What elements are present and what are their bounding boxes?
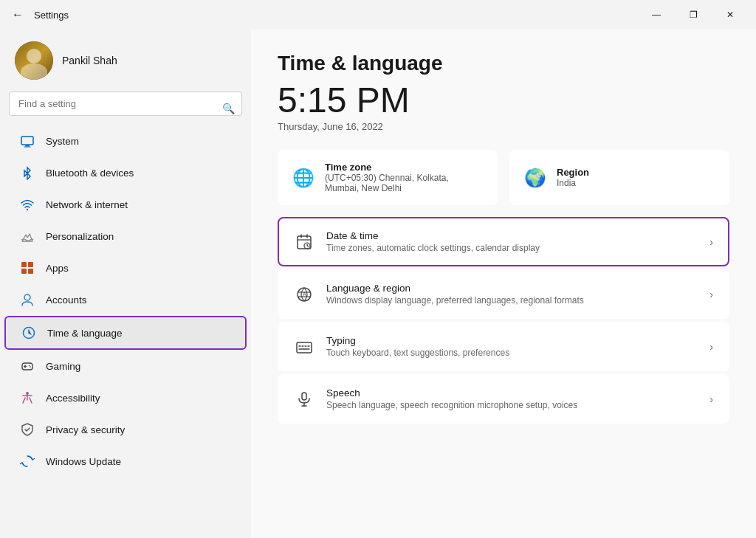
- setting-speech[interactable]: Speech Speech language, speech recogniti…: [278, 374, 729, 424]
- update-icon: [19, 453, 35, 469]
- typing-text: Typing Touch keyboard, text suggestions,…: [326, 335, 698, 358]
- region-card[interactable]: 🌍 Region India: [509, 150, 729, 205]
- search-container: 🔍: [0, 92, 251, 125]
- privacy-icon: [19, 421, 35, 438]
- sidebar-item-apps-label: Apps: [46, 263, 69, 274]
- svg-rect-32: [302, 393, 306, 400]
- bluetooth-icon: [19, 165, 35, 181]
- speech-title: Speech: [326, 387, 698, 399]
- sidebar-item-network[interactable]: Network & internet: [4, 189, 247, 220]
- user-profile[interactable]: Pankil Shah: [0, 30, 251, 92]
- close-button[interactable]: ✕: [713, 3, 747, 27]
- region-icon: 🌍: [524, 168, 546, 188]
- timezone-icon: 🌐: [292, 168, 315, 188]
- speech-chevron: ›: [709, 393, 713, 405]
- sidebar-item-apps[interactable]: Apps: [4, 252, 247, 283]
- titlebar-controls: — ❐ ✕: [639, 3, 747, 27]
- svg-rect-7: [28, 269, 33, 274]
- speech-icon: [294, 390, 315, 408]
- time-icon: [21, 325, 37, 341]
- titlebar-left: ← Settings: [9, 5, 69, 24]
- region-title: Region: [557, 167, 589, 178]
- timezone-title: Time zone: [325, 162, 483, 173]
- settings-list: Date & time Time zones, automatic clock …: [278, 217, 729, 424]
- svg-rect-1: [25, 145, 30, 147]
- sidebar-item-bluetooth[interactable]: Bluetooth & devices: [4, 157, 247, 188]
- language-region-text: Language & region Windows display langua…: [326, 283, 698, 306]
- sidebar-item-system[interactable]: System: [4, 125, 247, 156]
- svg-point-8: [24, 294, 30, 300]
- setting-typing[interactable]: Typing Touch keyboard, text suggestions,…: [278, 322, 729, 371]
- language-region-title: Language & region: [326, 283, 698, 294]
- accounts-icon: [19, 292, 35, 308]
- apps-icon: [19, 260, 35, 276]
- search-input[interactable]: [9, 92, 242, 116]
- sidebar-item-gaming[interactable]: Gaming: [4, 351, 247, 382]
- timezone-content: Time zone (UTC+05:30) Chennai, Kolkata, …: [325, 162, 483, 193]
- sidebar-item-personalization-label: Personalization: [46, 231, 114, 242]
- svg-rect-6: [21, 269, 27, 274]
- current-time: 5:15 PM: [278, 83, 729, 118]
- search-icon: 🔍: [222, 103, 235, 114]
- system-icon: [19, 133, 35, 149]
- language-region-chevron: ›: [709, 289, 713, 300]
- speech-desc: Speech language, speech recognition micr…: [326, 400, 698, 410]
- personalization-icon: [19, 228, 35, 244]
- page-title: Time & language: [278, 52, 729, 75]
- speech-text: Speech Speech language, speech recogniti…: [326, 387, 698, 410]
- svg-rect-0: [21, 137, 33, 145]
- timezone-card[interactable]: 🌐 Time zone (UTC+05:30) Chennai, Kolkata…: [278, 150, 498, 205]
- sidebar-item-accounts[interactable]: Accounts: [4, 284, 247, 315]
- language-region-icon: A: [294, 286, 315, 303]
- sidebar-item-privacy[interactable]: Privacy & security: [4, 414, 247, 445]
- svg-point-3: [27, 209, 28, 210]
- sidebar: Pankil Shah 🔍 System: [0, 30, 251, 538]
- sidebar-item-gaming-label: Gaming: [46, 361, 80, 372]
- user-name: Pankil Shah: [62, 55, 117, 66]
- sidebar-item-accounts-label: Accounts: [46, 294, 87, 306]
- date-time-icon: [294, 233, 315, 251]
- date-time-chevron: ›: [709, 236, 713, 248]
- current-date: Thursday, June 16, 2022: [278, 121, 729, 132]
- region-subtitle: India: [557, 178, 589, 188]
- date-time-desc: Time zones, automatic clock settings, ca…: [326, 243, 698, 253]
- sidebar-item-personalization[interactable]: Personalization: [4, 221, 247, 252]
- sidebar-item-network-label: Network & internet: [46, 199, 128, 210]
- titlebar-title: Settings: [34, 10, 69, 21]
- gaming-icon: [19, 358, 35, 374]
- avatar-image: [15, 41, 53, 80]
- svg-rect-4: [21, 262, 27, 267]
- typing-desc: Touch keyboard, text suggestions, prefer…: [326, 348, 698, 358]
- minimize-button[interactable]: —: [639, 3, 673, 27]
- date-time-title: Date & time: [326, 230, 698, 241]
- sidebar-item-time-label: Time & language: [47, 328, 123, 339]
- sidebar-item-accessibility[interactable]: Accessibility: [4, 382, 247, 413]
- avatar: [15, 41, 53, 80]
- svg-rect-2: [24, 147, 31, 148]
- svg-text:A: A: [303, 292, 306, 297]
- language-region-desc: Windows display language, preferred lang…: [326, 295, 698, 306]
- svg-point-14: [30, 366, 31, 368]
- app-container: Pankil Shah 🔍 System: [0, 30, 756, 538]
- sidebar-nav: System Bluetooth & devices: [0, 125, 251, 477]
- network-icon: [19, 196, 35, 213]
- date-time-text: Date & time Time zones, automatic clock …: [326, 230, 698, 253]
- back-button[interactable]: ←: [9, 5, 27, 24]
- setting-language-region[interactable]: A Language & region Windows display lang…: [278, 269, 729, 319]
- sidebar-item-accessibility-label: Accessibility: [46, 393, 100, 404]
- region-content: Region India: [557, 167, 589, 188]
- typing-icon: [294, 338, 315, 356]
- sidebar-item-update-label: Windows Update: [46, 456, 121, 467]
- sidebar-item-update[interactable]: Windows Update: [4, 446, 247, 477]
- typing-chevron: ›: [709, 341, 713, 353]
- maximize-button[interactable]: ❐: [676, 3, 710, 27]
- accessibility-icon: [19, 390, 35, 406]
- svg-point-15: [26, 392, 29, 395]
- sidebar-item-bluetooth-label: Bluetooth & devices: [46, 168, 134, 179]
- sidebar-item-time[interactable]: Time & language: [4, 316, 247, 350]
- typing-title: Typing: [326, 335, 698, 346]
- setting-date-time[interactable]: Date & time Time zones, automatic clock …: [278, 217, 729, 266]
- info-cards-row: 🌐 Time zone (UTC+05:30) Chennai, Kolkata…: [278, 150, 729, 205]
- sidebar-item-privacy-label: Privacy & security: [46, 424, 125, 435]
- titlebar: ← Settings — ❐ ✕: [0, 0, 756, 30]
